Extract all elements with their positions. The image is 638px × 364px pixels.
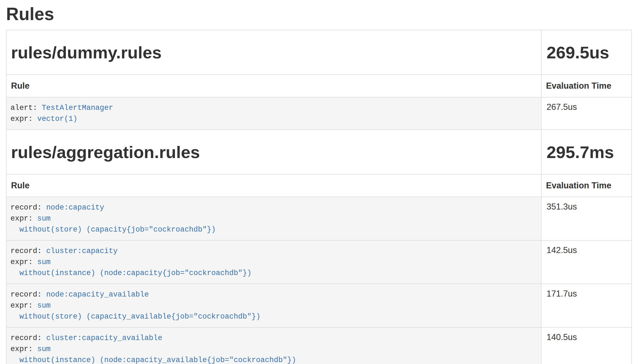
column-header-rule: Rule (6, 174, 541, 197)
rules-page: Rules rules/dummy.rules269.5usRuleEvalua… (0, 4, 638, 364)
rule-field-label: record: (10, 203, 46, 212)
evaluation-time-cell: 351.3us (541, 197, 632, 240)
evaluation-time-cell: 142.5us (541, 240, 632, 284)
rule-field-label: record: (10, 247, 46, 255)
rule-group-title: rules/aggregation.rules (6, 130, 541, 174)
rule-row: alert: TestAlertManager expr: vector(1)2… (6, 97, 632, 130)
rule-field-label: expr: (10, 345, 37, 353)
evaluation-time-cell: 140.5us (541, 327, 632, 364)
rule-code: record: cluster:capacity_available expr:… (10, 334, 296, 364)
rule-group-header-row: rules/dummy.rules269.5us (6, 30, 632, 75)
rule-cell: record: cluster:capacity expr: sum witho… (6, 240, 541, 284)
rule-expression-link[interactable]: node:capacity (46, 203, 104, 212)
rule-group-evaluation-total: 295.7ms (541, 130, 632, 174)
rule-expression-link[interactable]: without(store) (capacity_available{job="… (10, 313, 260, 321)
rule-expression-link[interactable]: without(store) (capacity{job="cockroachd… (10, 226, 216, 234)
rule-expression-link[interactable]: without(instance) (node:capacity{job="co… (10, 269, 252, 277)
rule-cell: record: cluster:capacity_available expr:… (6, 327, 541, 364)
rule-expression-link[interactable]: TestAlertManager (42, 104, 113, 112)
rule-expression-link[interactable]: vector(1) (37, 115, 77, 123)
column-header-row: RuleEvaluation Time (6, 75, 632, 97)
column-header-rule: Rule (6, 75, 541, 97)
rules-table-body: rules/dummy.rules269.5usRuleEvaluation T… (6, 30, 632, 364)
rule-expression-link[interactable]: cluster:capacity_available (46, 334, 162, 342)
rule-cell: record: node:capacity expr: sum without(… (6, 197, 541, 240)
rule-field-label: expr: (10, 115, 37, 123)
rule-expression-link[interactable]: node:capacity_available (46, 290, 149, 299)
rule-field-label: record: (10, 290, 46, 299)
page-title: Rules (6, 4, 632, 24)
column-header-evaluation-time: Evaluation Time (541, 75, 632, 97)
rule-row: record: cluster:capacity_available expr:… (6, 327, 632, 364)
rule-expression-link[interactable]: cluster:capacity (46, 247, 118, 255)
rule-code: record: node:capacity_available expr: su… (10, 290, 260, 321)
rule-field-label: expr: (10, 258, 37, 266)
rule-field-label: expr: (10, 301, 37, 310)
rule-cell: record: node:capacity_available expr: su… (6, 284, 541, 327)
rule-row: record: node:capacity_available expr: su… (6, 284, 632, 327)
rule-code: record: cluster:capacity expr: sum witho… (10, 247, 252, 277)
rule-group-header-row: rules/aggregation.rules295.7ms (6, 130, 632, 174)
column-header-evaluation-time: Evaluation Time (541, 174, 632, 197)
evaluation-time-cell: 267.5us (541, 97, 632, 130)
rule-group-evaluation-total: 269.5us (541, 30, 632, 75)
rule-row: record: node:capacity expr: sum without(… (6, 197, 632, 240)
rule-row: record: cluster:capacity expr: sum witho… (6, 240, 632, 284)
rule-field-label: record: (10, 334, 46, 342)
column-header-row: RuleEvaluation Time (6, 174, 632, 197)
rule-expression-link[interactable]: without(instance) (node:capacity_availab… (10, 356, 296, 364)
rule-expression-link[interactable]: sum (37, 301, 51, 310)
rule-expression-link[interactable]: sum (37, 214, 51, 223)
rule-code: alert: TestAlertManager expr: vector(1) (10, 104, 113, 123)
rule-cell: alert: TestAlertManager expr: vector(1) (6, 97, 541, 130)
rule-code: record: node:capacity expr: sum without(… (10, 203, 216, 234)
rules-table: rules/dummy.rules269.5usRuleEvaluation T… (6, 30, 632, 364)
rule-expression-link[interactable]: sum (37, 258, 51, 266)
rule-field-label: alert: (10, 104, 42, 112)
evaluation-time-cell: 171.7us (541, 284, 632, 327)
rule-expression-link[interactable]: sum (37, 345, 51, 353)
rule-group-title: rules/dummy.rules (6, 30, 541, 75)
rule-field-label: expr: (10, 214, 37, 223)
